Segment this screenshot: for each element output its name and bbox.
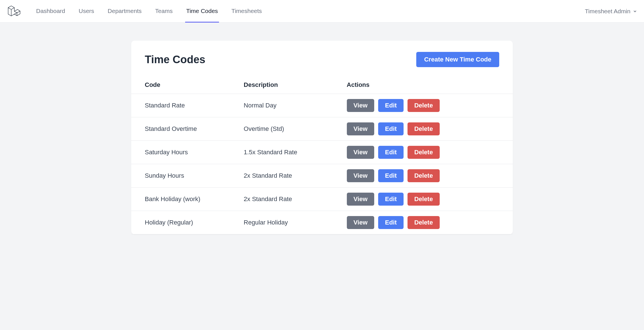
delete-button[interactable]: Delete xyxy=(408,169,440,182)
card-header: Time Codes Create New Time Code xyxy=(131,52,513,76)
th-actions: Actions xyxy=(341,76,513,94)
cell-description: Overtime (Std) xyxy=(238,117,341,141)
time-codes-table: Code Description Actions Standard RateNo… xyxy=(131,76,513,234)
user-menu-label: Timesheet Admin xyxy=(585,8,630,15)
cell-code: Standard Rate xyxy=(131,94,238,117)
th-code: Code xyxy=(131,76,238,94)
table-row: Holiday (Regular)Regular HolidayViewEdit… xyxy=(131,211,513,234)
row-actions: ViewEditDelete xyxy=(347,146,499,159)
cell-actions: ViewEditDelete xyxy=(341,211,513,234)
edit-button[interactable]: Edit xyxy=(378,122,404,135)
nav-users[interactable]: Users xyxy=(78,0,95,23)
chevron-down-icon xyxy=(633,9,637,14)
delete-button[interactable]: Delete xyxy=(408,193,440,206)
nav-time-codes[interactable]: Time Codes xyxy=(185,0,219,23)
laravel-logo-icon xyxy=(7,4,21,19)
nav-dashboard[interactable]: Dashboard xyxy=(35,0,66,23)
cell-description: 2x Standard Rate xyxy=(238,188,341,211)
edit-button[interactable]: Edit xyxy=(378,99,404,112)
cell-code: Sunday Hours xyxy=(131,164,238,188)
cell-code: Holiday (Regular) xyxy=(131,211,238,234)
view-button[interactable]: View xyxy=(347,99,374,112)
cell-actions: ViewEditDelete xyxy=(341,117,513,141)
cell-code: Bank Holiday (work) xyxy=(131,188,238,211)
cell-actions: ViewEditDelete xyxy=(341,94,513,117)
user-menu-dropdown[interactable]: Timesheet Admin xyxy=(585,8,637,15)
cell-description: 1.5x Standard Rate xyxy=(238,141,341,164)
time-codes-card: Time Codes Create New Time Code Code Des… xyxy=(131,41,513,234)
main-nav: Dashboard Users Departments Teams Time C… xyxy=(35,0,585,22)
row-actions: ViewEditDelete xyxy=(347,193,499,206)
row-actions: ViewEditDelete xyxy=(347,122,499,135)
nav-departments[interactable]: Departments xyxy=(107,0,143,23)
top-nav: Dashboard Users Departments Teams Time C… xyxy=(0,0,644,23)
row-actions: ViewEditDelete xyxy=(347,169,499,182)
delete-button[interactable]: Delete xyxy=(408,146,440,159)
cell-code: Saturday Hours xyxy=(131,141,238,164)
cell-actions: ViewEditDelete xyxy=(341,141,513,164)
delete-button[interactable]: Delete xyxy=(408,216,440,229)
view-button[interactable]: View xyxy=(347,122,374,135)
edit-button[interactable]: Edit xyxy=(378,169,404,182)
delete-button[interactable]: Delete xyxy=(408,99,440,112)
table-row: Saturday Hours1.5x Standard RateViewEdit… xyxy=(131,141,513,164)
row-actions: ViewEditDelete xyxy=(347,216,499,229)
delete-button[interactable]: Delete xyxy=(408,122,440,135)
main-content: Time Codes Create New Time Code Code Des… xyxy=(124,23,520,252)
nav-teams[interactable]: Teams xyxy=(154,0,174,23)
cell-actions: ViewEditDelete xyxy=(341,164,513,188)
edit-button[interactable]: Edit xyxy=(378,193,404,206)
create-time-code-button[interactable]: Create New Time Code xyxy=(416,52,499,67)
cell-description: Normal Day xyxy=(238,94,341,117)
view-button[interactable]: View xyxy=(347,169,374,182)
nav-timesheets[interactable]: Timesheets xyxy=(230,0,263,23)
edit-button[interactable]: Edit xyxy=(378,216,404,229)
table-row: Standard RateNormal DayViewEditDelete xyxy=(131,94,513,117)
view-button[interactable]: View xyxy=(347,216,374,229)
page-title: Time Codes xyxy=(145,54,205,66)
edit-button[interactable]: Edit xyxy=(378,146,404,159)
row-actions: ViewEditDelete xyxy=(347,99,499,112)
view-button[interactable]: View xyxy=(347,146,374,159)
cell-description: Regular Holiday xyxy=(238,211,341,234)
th-description: Description xyxy=(238,76,341,94)
cell-description: 2x Standard Rate xyxy=(238,164,341,188)
cell-actions: ViewEditDelete xyxy=(341,188,513,211)
table-row: Bank Holiday (work)2x Standard RateViewE… xyxy=(131,188,513,211)
table-row: Standard OvertimeOvertime (Std)ViewEditD… xyxy=(131,117,513,141)
cell-code: Standard Overtime xyxy=(131,117,238,141)
view-button[interactable]: View xyxy=(347,193,374,206)
table-row: Sunday Hours2x Standard RateViewEditDele… xyxy=(131,164,513,188)
